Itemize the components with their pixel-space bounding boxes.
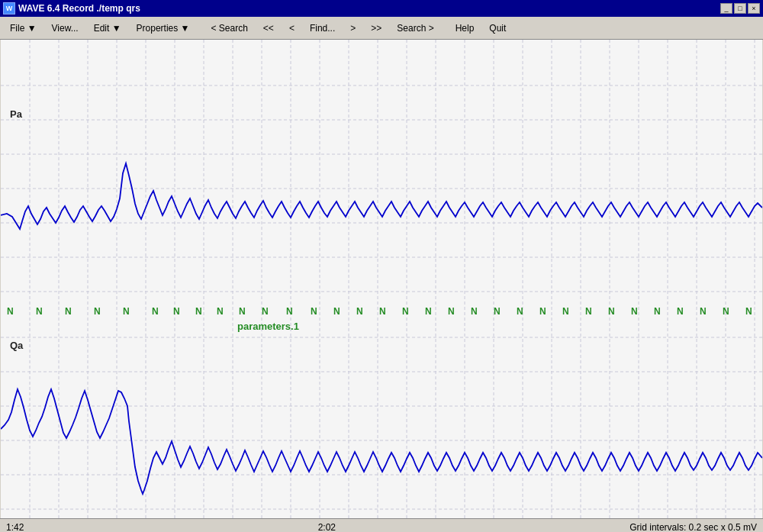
fast-forward-button[interactable]: >> [364, 20, 388, 37]
titlebar-left: W WAVE 6.4 Record ./temp qrs [3, 2, 140, 15]
svg-text:N: N [745, 306, 752, 317]
properties-menu[interactable]: Properties ▼ [130, 20, 197, 37]
grid-svg: N N N N N N N N N N N N N N N N N N N N … [1, 40, 762, 518]
titlebar: W WAVE 6.4 Record ./temp qrs _ □ × [0, 0, 763, 17]
svg-text:N: N [286, 306, 293, 317]
time-left: 1:42 [6, 522, 24, 533]
app-title: WAVE 6.4 Record ./temp qrs [18, 3, 140, 14]
svg-text:N: N [539, 306, 546, 317]
svg-text:N: N [700, 306, 707, 317]
svg-text:N: N [379, 306, 386, 317]
channel-qa-label: Qa [10, 340, 24, 351]
find-button[interactable]: Find... [303, 20, 342, 37]
svg-text:N: N [585, 306, 592, 317]
search-right-button[interactable]: Search > [390, 20, 440, 37]
svg-text:N: N [123, 306, 130, 317]
quit-button[interactable]: Quit [482, 20, 513, 37]
window-controls[interactable]: _ □ × [720, 3, 760, 14]
svg-text:N: N [654, 306, 661, 317]
chart-area: N N N N N N N N N N N N N N N N N N N N … [1, 40, 762, 518]
help-button[interactable]: Help [449, 20, 481, 37]
svg-text:N: N [152, 306, 159, 317]
channel-pa-label: Pa [10, 108, 23, 120]
menubar: File ▼ View... Edit ▼ Properties ▼ < Sea… [0, 17, 763, 40]
close-button[interactable]: × [748, 3, 760, 14]
svg-text:N: N [239, 306, 246, 317]
svg-text:N: N [402, 306, 409, 317]
time-right: 2:02 [318, 522, 336, 533]
svg-text:N: N [94, 306, 101, 317]
grid-info: Grid intervals: 0.2 sec x 0.5 mV [629, 522, 757, 533]
edit-menu[interactable]: Edit ▼ [87, 20, 128, 37]
svg-text:N: N [333, 306, 340, 317]
svg-text:N: N [173, 306, 180, 317]
svg-text:N: N [677, 306, 684, 317]
svg-text:N: N [494, 306, 501, 317]
svg-text:N: N [217, 306, 224, 317]
svg-text:N: N [425, 306, 432, 317]
maximize-button[interactable]: □ [734, 3, 746, 14]
svg-text:N: N [631, 306, 638, 317]
svg-rect-0 [1, 40, 762, 518]
svg-text:N: N [262, 306, 269, 317]
fast-back-button[interactable]: << [256, 20, 281, 37]
svg-text:N: N [195, 306, 202, 317]
view-menu[interactable]: View... [45, 20, 85, 37]
forward-button[interactable]: > [343, 20, 362, 37]
svg-text:N: N [448, 306, 455, 317]
svg-text:N: N [608, 306, 615, 317]
back-button[interactable]: < [282, 20, 301, 37]
svg-text:N: N [356, 306, 363, 317]
annotation-text: parameters.1 [237, 321, 299, 332]
svg-text:N: N [36, 306, 43, 317]
svg-text:N: N [723, 306, 729, 317]
svg-text:N: N [562, 306, 569, 317]
search-left-button[interactable]: < Search [204, 20, 254, 37]
file-menu[interactable]: File ▼ [3, 20, 43, 37]
minimize-button[interactable]: _ [720, 3, 732, 14]
app-icon: W [3, 2, 15, 15]
svg-text:N: N [311, 306, 317, 317]
statusbar: 1:42 2:02 Grid intervals: 0.2 sec x 0.5 … [0, 518, 763, 532]
svg-text:N: N [471, 306, 478, 317]
svg-text:N: N [7, 306, 14, 317]
svg-text:N: N [517, 306, 523, 317]
svg-text:N: N [65, 306, 72, 317]
